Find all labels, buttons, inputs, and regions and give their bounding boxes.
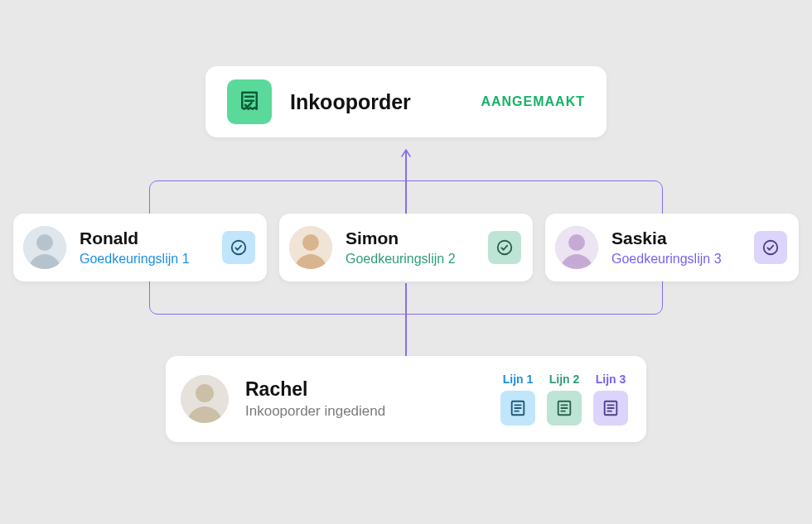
document-icon <box>500 391 535 425</box>
avatar <box>289 226 332 269</box>
connector-line-bottom <box>405 283 407 359</box>
connector-line-top <box>405 151 407 214</box>
approver-subtitle: Goedkeuringslijn 3 <box>611 251 754 267</box>
line-chip-3: Lijn 3 <box>593 373 628 425</box>
svg-point-7 <box>568 234 585 251</box>
line-label: Lijn 1 <box>503 373 534 386</box>
status-badge: AANGEMAAKT <box>481 94 585 109</box>
purchase-order-card: Inkooporder AANGEMAAKT <box>205 66 607 137</box>
line-chip-2: Lijn 2 <box>547 373 582 425</box>
check-circle-icon <box>222 231 255 264</box>
line-label: Lijn 2 <box>549 373 580 386</box>
approver-card-2: Simon Goedkeuringslijn 2 <box>279 214 533 281</box>
svg-point-10 <box>196 384 214 402</box>
svg-point-4 <box>302 234 319 251</box>
approver-card-1: Ronald Goedkeuringslijn 1 <box>13 214 267 281</box>
approver-name: Saskia <box>611 228 754 249</box>
line-chip-row: Lijn 1 Lijn 2 Lijn 3 <box>500 373 628 425</box>
requester-subtitle: Inkooporder ingediend <box>245 402 385 421</box>
avatar <box>181 375 229 423</box>
avatar <box>555 226 598 269</box>
diagram-stage: Inkooporder AANGEMAAKT Ronald Goedkeurin… <box>0 0 812 524</box>
svg-point-1 <box>36 234 53 251</box>
document-icon <box>593 391 628 425</box>
requester-card: Rachel Inkooporder ingediend Lijn 1 Lijn… <box>166 356 646 442</box>
avatar <box>23 226 66 269</box>
document-icon <box>547 391 582 425</box>
requester-name: Rachel <box>245 377 385 402</box>
approver-subtitle: Goedkeuringslijn 2 <box>346 251 488 267</box>
arrow-up-icon <box>401 147 411 157</box>
approver-subtitle: Goedkeuringslijn 1 <box>80 251 222 267</box>
purchase-order-title: Inkooporder <box>290 90 411 114</box>
line-chip-1: Lijn 1 <box>500 373 535 425</box>
check-circle-icon <box>488 231 521 264</box>
line-label: Lijn 3 <box>596 373 626 386</box>
receipt-check-icon <box>227 79 272 124</box>
approver-name: Simon <box>346 228 488 249</box>
approver-name: Ronald <box>80 228 222 249</box>
check-circle-icon <box>754 231 787 264</box>
approver-card-3: Saskia Goedkeuringslijn 3 <box>545 214 799 281</box>
